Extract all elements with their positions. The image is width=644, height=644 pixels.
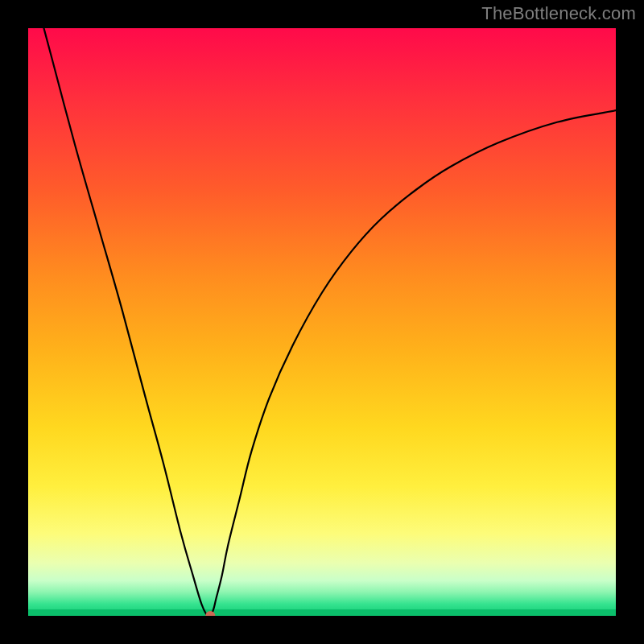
bottleneck-curve [28, 28, 616, 616]
chart-container: TheBottleneck.com [0, 0, 644, 644]
watermark-label: TheBottleneck.com [481, 3, 636, 24]
plot-area [28, 28, 616, 616]
curve-layer [28, 28, 616, 616]
minimum-dot-icon [205, 611, 215, 616]
